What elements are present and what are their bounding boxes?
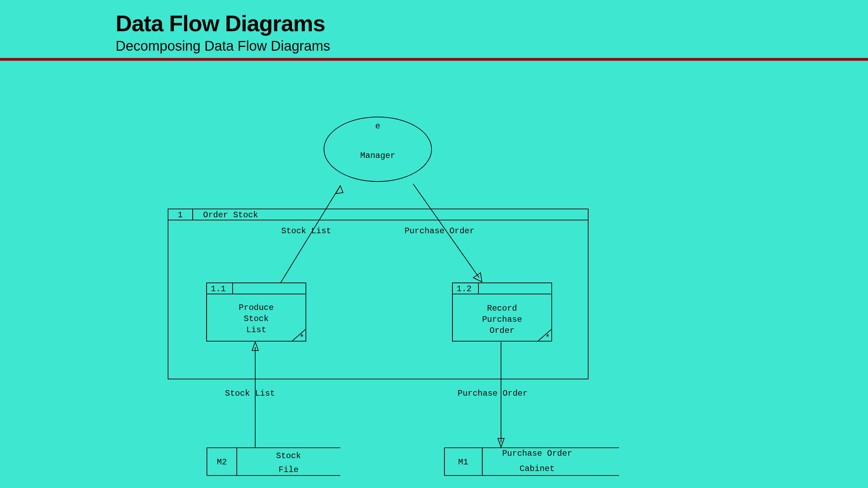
process-12-marker: * <box>545 333 550 343</box>
ds-m1-id: M1 <box>458 457 468 467</box>
ds-m2-id: M2 <box>217 457 227 467</box>
diagram-container: e Manager 1 Order Stock 1.1 Produce Stoc… <box>0 0 868 488</box>
process-11-line1: Produce <box>239 303 274 312</box>
process-11-id: 1.1 <box>211 284 226 294</box>
ds-m1-line1: Purchase Order <box>502 449 572 458</box>
process-12-line1: Record <box>487 304 517 313</box>
container-id: 1 <box>178 210 183 220</box>
flow-stocklist2-label: Stock List <box>225 389 275 398</box>
flow-stocklist-label: Stock List <box>281 226 331 236</box>
process-11-line2: Stock <box>244 314 269 323</box>
ds-m2-line2: File <box>278 465 299 474</box>
process-12-line3: Order <box>490 326 515 335</box>
ds-m1-line2: Cabinet <box>520 464 555 473</box>
external-name: Manager <box>360 151 395 160</box>
flow-po-arrow <box>473 273 482 282</box>
process-12-id: 1.2 <box>457 284 471 294</box>
process-12-line2: Purchase <box>482 315 522 324</box>
flow-po-label: Purchase Order <box>404 226 475 236</box>
flow-stocklist-arrow <box>336 186 343 194</box>
process-11-line3: List <box>246 325 266 335</box>
dfd-svg: e Manager 1 Order Stock 1.1 Produce Stoc… <box>0 0 868 488</box>
process-11-marker: * <box>299 333 304 343</box>
external-tag: e <box>375 121 380 131</box>
container-title: Order Stock <box>203 210 258 220</box>
ds-m2-line1: Stock <box>276 451 301 461</box>
flow-po2-label: Purchase Order <box>458 389 528 398</box>
